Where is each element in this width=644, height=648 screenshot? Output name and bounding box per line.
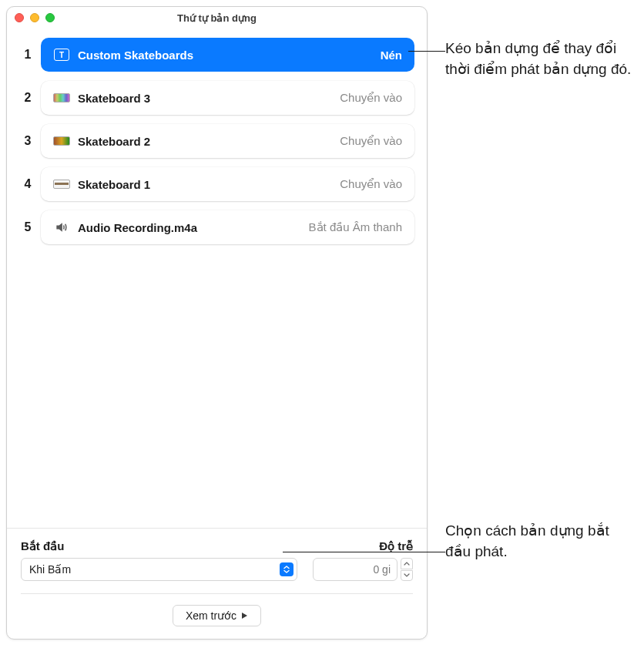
titlebar: Thứ tự bản dựng xyxy=(7,7,427,29)
speaker-icon xyxy=(53,219,70,236)
stepper-up-button[interactable] xyxy=(401,558,413,569)
build-number: 4 xyxy=(15,177,41,191)
build-effect: Nén xyxy=(381,49,402,62)
preview-row: Xem trước xyxy=(21,605,413,626)
build-item-skateboard-2[interactable]: Skateboard 2 Chuyển vào xyxy=(41,124,414,158)
build-effect: Bắt đầu Âm thanh xyxy=(309,220,402,234)
delay-input[interactable]: 0 gi xyxy=(313,558,397,581)
delay-control: Độ trễ 0 gi xyxy=(313,539,413,581)
thumbnail-icon xyxy=(53,176,70,193)
build-number: 2 xyxy=(15,91,41,105)
stepper-down-button[interactable] xyxy=(401,570,413,582)
build-row: 4 Skateboard 1 Chuyển vào xyxy=(15,167,414,201)
build-list: 1 T Custom Skateboards Nén 2 Skateboard … xyxy=(7,29,427,528)
callout-line xyxy=(408,51,445,52)
callout-start: Chọn cách bản dựng bắt đầu phát. xyxy=(445,521,638,562)
build-item-skateboard-1[interactable]: Skateboard 1 Chuyển vào xyxy=(41,167,414,201)
start-label: Bắt đầu xyxy=(21,539,297,553)
preview-button[interactable]: Xem trước xyxy=(173,605,261,626)
build-item-audio-recording[interactable]: Audio Recording.m4a Bắt đầu Âm thanh xyxy=(41,210,414,244)
build-number: 1 xyxy=(15,48,41,62)
build-row: 1 T Custom Skateboards Nén xyxy=(15,38,414,72)
text-box-icon: T xyxy=(53,46,70,63)
build-effect: Chuyển vào xyxy=(340,134,402,148)
build-order-window: Thứ tự bản dựng 1 T Custom Skateboards N… xyxy=(6,6,428,640)
callout-drag: Kéo bản dựng để thay đổi thời điểm phát … xyxy=(445,39,638,79)
chevron-updown-icon xyxy=(280,562,293,576)
traffic-lights xyxy=(15,13,55,22)
close-button[interactable] xyxy=(15,13,24,22)
minimize-button[interactable] xyxy=(30,13,39,22)
start-control: Bắt đầu Khi Bấm xyxy=(21,539,297,581)
thumbnail-icon xyxy=(53,133,70,149)
start-value: Khi Bấm xyxy=(29,563,280,576)
build-label: Custom Skateboards xyxy=(78,49,381,62)
build-row: 5 Audio Recording.m4a Bắt đầu Âm thanh xyxy=(15,210,414,244)
window-title: Thứ tự bản dựng xyxy=(7,12,427,24)
start-select[interactable]: Khi Bấm xyxy=(21,558,297,581)
build-row: 3 Skateboard 2 Chuyển vào xyxy=(15,124,414,158)
callout-line xyxy=(283,552,445,552)
controls-row: Bắt đầu Khi Bấm Độ trễ 0 gi xyxy=(21,539,413,581)
build-row: 2 Skateboard 3 Chuyển vào xyxy=(15,81,414,115)
build-number: 3 xyxy=(15,134,41,148)
build-item-custom-skateboards[interactable]: T Custom Skateboards Nén xyxy=(41,38,414,72)
build-label: Skateboard 1 xyxy=(78,178,340,191)
build-label: Audio Recording.m4a xyxy=(78,221,309,234)
build-number: 5 xyxy=(15,220,41,234)
build-label: Skateboard 3 xyxy=(78,92,340,105)
bottom-panel: Bắt đầu Khi Bấm Độ trễ 0 gi xyxy=(7,528,427,639)
stepper-buttons xyxy=(401,558,413,581)
play-icon xyxy=(241,612,248,619)
build-item-skateboard-3[interactable]: Skateboard 3 Chuyển vào xyxy=(41,81,414,115)
delay-stepper: 0 gi xyxy=(313,558,413,581)
divider xyxy=(21,593,413,594)
build-effect: Chuyển vào xyxy=(340,91,402,105)
maximize-button[interactable] xyxy=(45,13,55,22)
build-label: Skateboard 2 xyxy=(78,135,340,148)
thumbnail-icon xyxy=(53,89,70,106)
build-effect: Chuyển vào xyxy=(340,177,402,191)
